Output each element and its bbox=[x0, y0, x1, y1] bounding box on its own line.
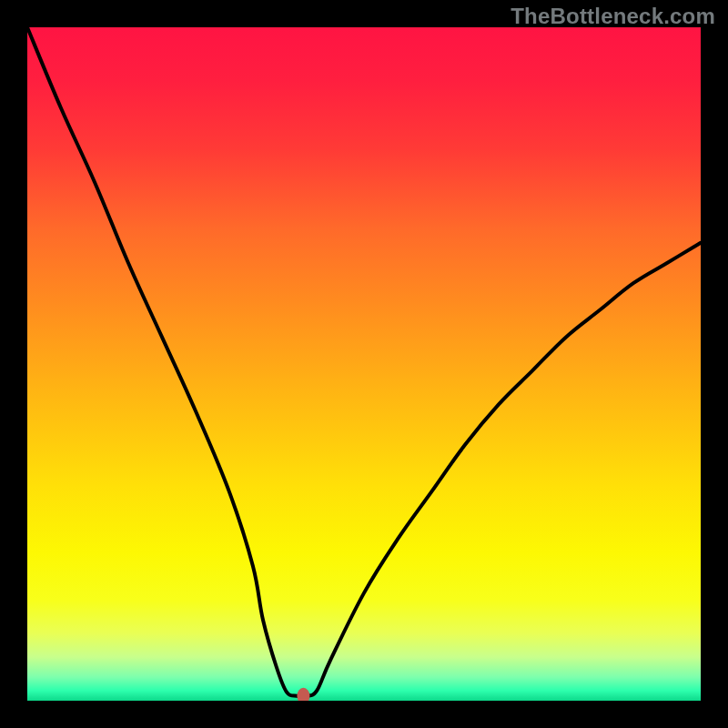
plot-background bbox=[27, 27, 701, 701]
chart-container: TheBottleneck.com bbox=[0, 0, 728, 728]
frame-bottom bbox=[0, 701, 728, 728]
frame-right bbox=[701, 0, 728, 728]
frame-left bbox=[0, 0, 27, 728]
bottleneck-chart bbox=[0, 0, 728, 728]
watermark-label: TheBottleneck.com bbox=[511, 4, 715, 29]
